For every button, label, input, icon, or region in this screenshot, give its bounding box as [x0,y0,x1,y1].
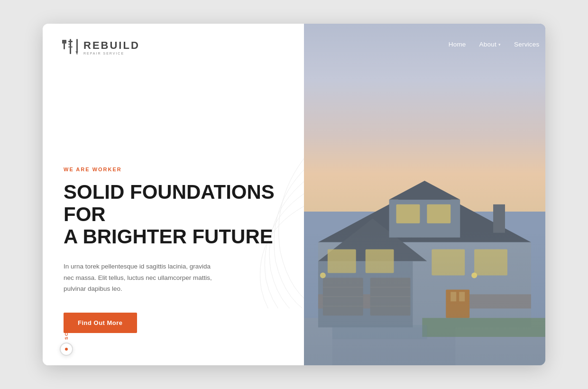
browser-window: REBUILD REPAIR SERVICE WE ARE WORKER [43,24,545,365]
cta-button[interactable]: Find Out More [64,313,137,333]
page-content: REBUILD REPAIR SERVICE WE ARE WORKER [43,24,545,365]
nav-about[interactable]: About ▾ [479,41,501,48]
logo-text-group: REBUILD REPAIR SERVICE [83,40,140,55]
svg-marker-9 [76,51,78,55]
scroll-label: SCROLL [64,316,69,340]
svg-marker-17 [389,181,460,200]
left-panel: REBUILD REPAIR SERVICE WE ARE WORKER [43,24,304,365]
svg-rect-19 [427,204,451,223]
svg-rect-6 [68,44,71,45]
nav-home[interactable]: Home [449,41,466,48]
hero-tag: WE ARE WORKER [64,167,283,172]
svg-rect-18 [396,204,420,223]
hero-description: In urna torek pellentesque id sagittis l… [64,261,220,295]
chevron-down-icon: ▾ [498,42,501,47]
logo-area: REBUILD REPAIR SERVICE [43,24,304,72]
nav-services[interactable]: Services [514,41,539,48]
nav-bar: Home About ▾ Services Testimonials Blog … [430,24,545,65]
svg-rect-5 [68,41,73,42]
tools-icon [60,37,83,58]
logo-brand: REBUILD [83,40,140,51]
svg-rect-3 [62,40,66,41]
hero-content: WE ARE WORKER SOLID FOUNDATIONS FOR A BR… [43,129,304,352]
gradient-overlay [304,229,545,365]
svg-rect-7 [68,46,73,47]
scroll-area: SCROLL [60,316,73,356]
right-panel: Home About ▾ Services Testimonials Blog … [304,24,545,365]
svg-rect-8 [76,39,78,51]
scroll-dot[interactable] [60,343,73,356]
hero-title: SOLID FOUNDATIONS FOR A BRIGHTER FUTURE [64,181,283,248]
logo-sub: REPAIR SERVICE [83,52,140,55]
